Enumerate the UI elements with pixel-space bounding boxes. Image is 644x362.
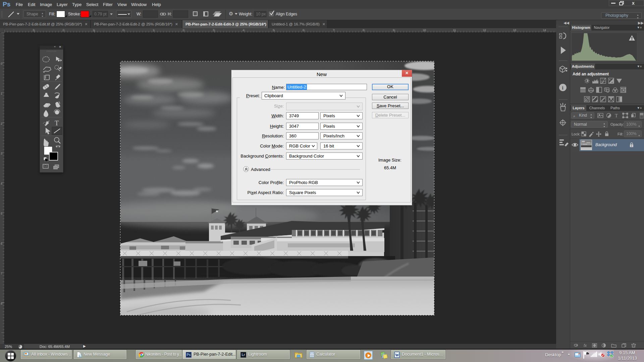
svg-text:W: W <box>395 353 399 357</box>
svg-text:T: T <box>615 113 618 118</box>
svg-text:i: i <box>562 85 564 90</box>
svg-text:T: T <box>55 119 59 127</box>
svg-text:fx: fx <box>584 343 587 348</box>
